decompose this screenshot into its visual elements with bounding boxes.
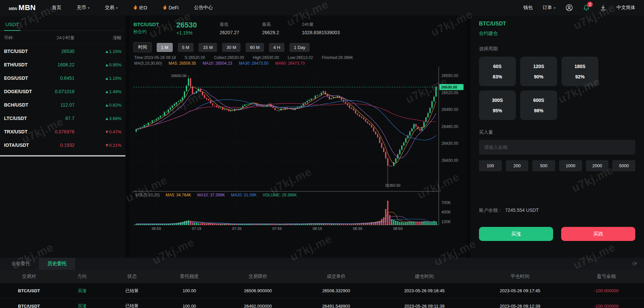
quick-amount-500[interactable]: 500 bbox=[532, 160, 555, 171]
orders-section: 当前委托 历史委托 ⟳ 交易对方向状态委托额度交易限价成交单价建仓时间平仓时间盈… bbox=[0, 258, 644, 308]
orders-col-7: 平仓时间 bbox=[471, 273, 569, 280]
pair-volume: 1808.22 bbox=[51, 62, 74, 67]
last-price: 26530 bbox=[176, 21, 197, 29]
account-balance: 账户余额：7245.554 USDT bbox=[479, 207, 635, 213]
order-cell-6: 2023-05-26 09:11:39 bbox=[377, 304, 471, 308]
chart-wrap: 06:5907:1907:3907:5908:1908:3908:5926550… bbox=[133, 67, 466, 232]
period-option-60s[interactable]: 60S83% bbox=[479, 57, 516, 86]
nav-menu: 首页充币▾交易▾IEODeFi公告中心 bbox=[52, 5, 213, 11]
pair-row-DOGE/USDT[interactable]: DOGE/USDT0.071018▲1.49% bbox=[0, 85, 125, 98]
pair-name: DOGE/USDT bbox=[4, 89, 51, 94]
pair-change: ▲1.15% bbox=[74, 49, 121, 54]
flame-icon bbox=[133, 5, 138, 11]
logo-text: MBN bbox=[18, 3, 36, 12]
order-cell-2: 已结算 bbox=[106, 288, 158, 294]
buy-up-button[interactable]: 买涨 bbox=[479, 227, 553, 241]
pair-row-BTC/USDT[interactable]: BTC/USDT26530▲1.15% bbox=[0, 45, 125, 58]
notification-bell-icon[interactable]: 2 bbox=[583, 4, 590, 11]
orders-tabs: 当前委托 历史委托 ⟳ bbox=[0, 258, 644, 270]
nav-wallet[interactable]: 钱包 bbox=[523, 5, 533, 11]
ma-value-0: MA5: 26509.35 bbox=[169, 61, 196, 66]
quick-amount-5000[interactable]: 5000 bbox=[612, 160, 635, 171]
quick-amount-1000[interactable]: 1000 bbox=[559, 160, 582, 171]
pair-row-LTC/USDT[interactable]: LTC/USDT87.7▲3.68% bbox=[0, 112, 125, 125]
interval-button-30m[interactable]: 30 M bbox=[222, 43, 240, 52]
quick-amount-2000[interactable]: 2000 bbox=[586, 160, 609, 171]
svg-text:26550.00: 26550.00 bbox=[171, 74, 186, 78]
orders-table-body: BTC/USDT买涨已结算100.0026506.90000026506.332… bbox=[0, 283, 644, 308]
nav-item-3[interactable]: IEO bbox=[133, 5, 147, 11]
ma-label: MA(5,10,30,60) bbox=[134, 61, 162, 66]
tab-history-orders[interactable]: 历史委托 bbox=[39, 258, 75, 270]
pair-row-BCH/USDT[interactable]: BCH/USDT112.07▲0.82% bbox=[0, 98, 125, 112]
nav-item-label: 交易 bbox=[105, 5, 114, 11]
stat-value: 26629.2 bbox=[262, 30, 279, 35]
candlestick-chart[interactable]: 06:5907:1907:3907:5908:1908:3908:5926550… bbox=[133, 67, 466, 232]
nav-item-label: DeFi bbox=[169, 5, 179, 10]
pair-row-ETH/USDT[interactable]: ETH/USDT1808.22▲0.95% bbox=[0, 58, 125, 71]
table-row: BTC/USDT买涨已结算100.0026506.90000026506.332… bbox=[0, 283, 644, 298]
chart-panel: BTC/USDT 秒合约 26530 +1.15% 最低26207.27最高26… bbox=[129, 15, 466, 258]
nav-item-0[interactable]: 首页 bbox=[52, 5, 61, 11]
nav-item-1[interactable]: 充币▾ bbox=[77, 5, 90, 11]
buy-down-button[interactable]: 买跌 bbox=[561, 227, 635, 241]
period-duration: 180S bbox=[575, 64, 586, 69]
ma-info-line: MA(5,10,30,60)MA5: 26509.35MA10: 26504.2… bbox=[134, 61, 466, 66]
pair-row-EOS/USDT[interactable]: EOS/USDT0.8451▲1.15% bbox=[0, 71, 125, 85]
nav-orders[interactable]: 订单 ▾ bbox=[543, 5, 555, 11]
download-icon[interactable] bbox=[600, 4, 606, 11]
trade-panel: BTC/USDT 合约建仓 选择周期 60S83%120S90%180S92%3… bbox=[470, 15, 644, 258]
interval-button-5m[interactable]: 5 M bbox=[178, 43, 194, 52]
order-cell-4: 26506.900000 bbox=[221, 288, 295, 293]
tab-usdt[interactable]: USDT bbox=[4, 21, 20, 31]
period-option-600s[interactable]: 600S98% bbox=[520, 90, 557, 120]
svg-text:08:59: 08:59 bbox=[393, 227, 402, 231]
nav-item-4[interactable]: DeFi bbox=[163, 5, 179, 11]
chart-header: BTC/USDT 秒合约 26530 +1.15% 最低26207.27最高26… bbox=[133, 18, 466, 38]
contract-type: 秒合约 bbox=[133, 29, 159, 35]
quick-amount-100[interactable]: 100 bbox=[479, 160, 502, 171]
interval-button-4h[interactable]: 4 H bbox=[269, 43, 284, 52]
nav-item-2[interactable]: 交易▾ bbox=[105, 5, 118, 11]
pair-volume: 0.1932 bbox=[51, 142, 74, 148]
info-segment-3: High:26530.00 bbox=[253, 55, 279, 60]
orders-col-0: 交易对 bbox=[0, 273, 58, 280]
period-duration: 120S bbox=[533, 64, 544, 69]
pair-row-TRX/USDT[interactable]: TRX/USDT0.076976▼0.47% bbox=[0, 125, 125, 138]
pair-change: ▲1.15% bbox=[74, 76, 121, 81]
orders-col-8: 盈亏金额 bbox=[569, 273, 644, 280]
interval-button-15m[interactable]: 15 M bbox=[199, 43, 217, 52]
info-segment-0: Time:2023-05-26 09:18 bbox=[134, 55, 176, 60]
col-volume: 24小时量 bbox=[51, 35, 74, 41]
pair-volume: 0.076976 bbox=[51, 129, 74, 134]
avatar-icon[interactable] bbox=[566, 4, 573, 11]
order-cell-4: 26492.000000 bbox=[221, 304, 295, 308]
interval-button-1day[interactable]: 1 Day bbox=[289, 43, 310, 52]
period-option-120s[interactable]: 120S90% bbox=[520, 57, 557, 86]
svg-text:100K: 100K bbox=[441, 220, 451, 224]
order-cell-8: -100.000000 bbox=[569, 288, 644, 293]
interval-button-60m[interactable]: 60 M bbox=[246, 43, 264, 52]
stat-1: 最高26629.2 bbox=[262, 21, 279, 35]
interval-button-1m[interactable]: 1 M bbox=[157, 43, 173, 52]
language-selector[interactable]: 中文简体 bbox=[616, 5, 635, 11]
pair-row-IOTA/USDT[interactable]: IOTA/USDT0.1932▼0.21% bbox=[0, 138, 125, 152]
quick-amounts: 100200500100020005000 bbox=[479, 160, 635, 171]
pair-change: ▲1.49% bbox=[74, 89, 121, 94]
vol-value-0: MA5: 34.764K bbox=[166, 193, 191, 197]
period-duration: 60S bbox=[493, 64, 502, 69]
orders-col-3: 委托额度 bbox=[158, 273, 221, 280]
time-label-button[interactable]: 时间 bbox=[133, 42, 152, 52]
logo[interactable]: MBN MBN bbox=[9, 3, 36, 12]
nav-item-label: 首页 bbox=[52, 5, 61, 11]
refresh-icon[interactable]: ⟳ bbox=[633, 260, 637, 267]
nav-item-5[interactable]: 公告中心 bbox=[194, 5, 213, 11]
stat-label: 24h量 bbox=[302, 21, 340, 27]
quick-amount-200[interactable]: 200 bbox=[506, 160, 529, 171]
pair-volume: 87.7 bbox=[51, 116, 74, 121]
amount-input[interactable] bbox=[479, 140, 635, 155]
period-option-180s[interactable]: 180S92% bbox=[561, 57, 598, 86]
scrollbar[interactable] bbox=[0, 155, 125, 157]
period-option-300s[interactable]: 300S95% bbox=[479, 90, 516, 120]
tab-current-orders[interactable]: 当前委托 bbox=[3, 258, 39, 270]
